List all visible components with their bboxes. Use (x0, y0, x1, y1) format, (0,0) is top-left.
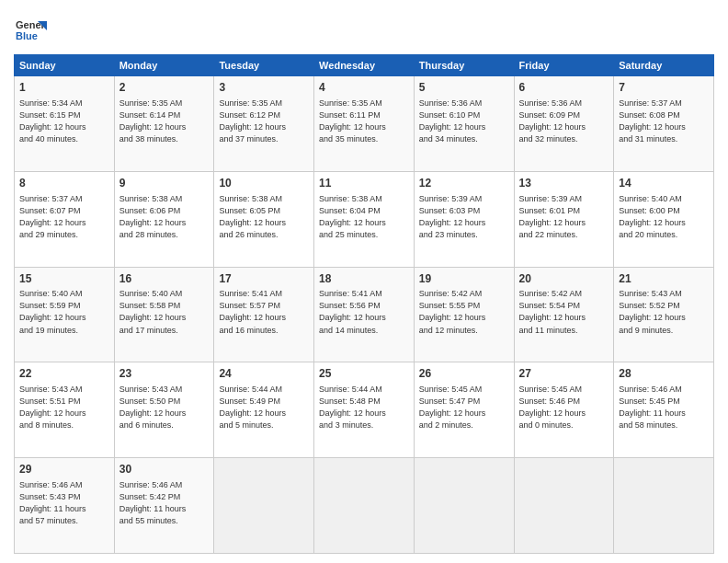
day-number: 5 (419, 80, 509, 96)
day-number: 18 (319, 271, 409, 287)
day-number: 17 (219, 271, 309, 287)
calendar-cell (414, 458, 514, 554)
calendar-cell: 23Sunrise: 5:43 AM Sunset: 5:50 PM Dayli… (114, 362, 214, 458)
header: General Blue (14, 14, 714, 47)
weekday-header-tuesday: Tuesday (214, 55, 314, 76)
day-info: Sunrise: 5:42 AM Sunset: 5:54 PM Dayligh… (519, 288, 609, 336)
calendar-cell: 5Sunrise: 5:36 AM Sunset: 6:10 PM Daylig… (414, 76, 514, 172)
week-row-2: 8Sunrise: 5:37 AM Sunset: 6:07 PM Daylig… (15, 171, 714, 267)
day-info: Sunrise: 5:40 AM Sunset: 5:59 PM Dayligh… (19, 288, 109, 336)
day-number: 2 (119, 80, 210, 96)
calendar-cell: 29Sunrise: 5:46 AM Sunset: 5:43 PM Dayli… (15, 458, 115, 554)
weekday-header-monday: Monday (114, 55, 214, 76)
day-info: Sunrise: 5:43 AM Sunset: 5:50 PM Dayligh… (119, 384, 210, 431)
calendar-cell: 26Sunrise: 5:45 AM Sunset: 5:47 PM Dayli… (414, 362, 514, 458)
day-info: Sunrise: 5:44 AM Sunset: 5:48 PM Dayligh… (319, 384, 409, 431)
day-info: Sunrise: 5:35 AM Sunset: 6:12 PM Dayligh… (219, 98, 309, 145)
week-row-1: 1Sunrise: 5:34 AM Sunset: 6:15 PM Daylig… (15, 76, 714, 172)
day-number: 28 (619, 366, 709, 382)
calendar-cell: 13Sunrise: 5:39 AM Sunset: 6:01 PM Dayli… (514, 171, 614, 267)
day-info: Sunrise: 5:36 AM Sunset: 6:10 PM Dayligh… (419, 98, 509, 145)
calendar-cell: 1Sunrise: 5:34 AM Sunset: 6:15 PM Daylig… (15, 76, 115, 172)
calendar-cell (314, 458, 415, 554)
calendar: SundayMondayTuesdayWednesdayThursdayFrid… (14, 54, 714, 554)
day-number: 7 (619, 80, 709, 96)
day-info: Sunrise: 5:46 AM Sunset: 5:45 PM Dayligh… (619, 384, 709, 431)
calendar-cell: 17Sunrise: 5:41 AM Sunset: 5:57 PM Dayli… (214, 267, 314, 362)
calendar-cell: 18Sunrise: 5:41 AM Sunset: 5:56 PM Dayli… (314, 267, 415, 362)
calendar-cell: 9Sunrise: 5:38 AM Sunset: 6:06 PM Daylig… (114, 171, 214, 267)
week-row-4: 22Sunrise: 5:43 AM Sunset: 5:51 PM Dayli… (15, 362, 714, 458)
day-number: 1 (19, 80, 109, 96)
weekday-header-friday: Friday (514, 55, 614, 76)
day-number: 21 (619, 271, 709, 287)
day-number: 8 (19, 176, 109, 191)
calendar-cell: 27Sunrise: 5:45 AM Sunset: 5:46 PM Dayli… (514, 362, 614, 458)
weekday-header-sunday: Sunday (15, 55, 115, 76)
calendar-cell: 11Sunrise: 5:38 AM Sunset: 6:04 PM Dayli… (314, 171, 415, 267)
day-info: Sunrise: 5:35 AM Sunset: 6:14 PM Dayligh… (119, 98, 210, 145)
day-info: Sunrise: 5:37 AM Sunset: 6:07 PM Dayligh… (19, 193, 109, 241)
calendar-cell: 2Sunrise: 5:35 AM Sunset: 6:14 PM Daylig… (114, 76, 214, 172)
day-number: 3 (219, 80, 309, 96)
calendar-cell (514, 458, 614, 554)
day-number: 9 (119, 176, 210, 191)
calendar-cell: 4Sunrise: 5:35 AM Sunset: 6:11 PM Daylig… (314, 76, 415, 172)
day-number: 29 (19, 462, 109, 477)
day-info: Sunrise: 5:43 AM Sunset: 5:52 PM Dayligh… (619, 288, 709, 336)
calendar-cell: 25Sunrise: 5:44 AM Sunset: 5:48 PM Dayli… (314, 362, 415, 458)
day-number: 14 (619, 176, 709, 191)
week-row-3: 15Sunrise: 5:40 AM Sunset: 5:59 PM Dayli… (15, 267, 714, 362)
page: General Blue SundayMondayTuesdayWednesda… (0, 0, 728, 563)
calendar-cell: 14Sunrise: 5:40 AM Sunset: 6:00 PM Dayli… (614, 171, 714, 267)
day-info: Sunrise: 5:40 AM Sunset: 5:58 PM Dayligh… (119, 288, 210, 336)
calendar-cell: 21Sunrise: 5:43 AM Sunset: 5:52 PM Dayli… (614, 267, 714, 362)
calendar-cell: 3Sunrise: 5:35 AM Sunset: 6:12 PM Daylig… (214, 76, 314, 172)
weekday-header-thursday: Thursday (414, 55, 514, 76)
day-number: 30 (119, 462, 210, 477)
day-info: Sunrise: 5:46 AM Sunset: 5:42 PM Dayligh… (119, 479, 210, 527)
calendar-cell: 6Sunrise: 5:36 AM Sunset: 6:09 PM Daylig… (514, 76, 614, 172)
svg-text:Blue: Blue (16, 30, 38, 41)
day-number: 12 (419, 176, 509, 191)
day-info: Sunrise: 5:35 AM Sunset: 6:11 PM Dayligh… (319, 98, 409, 145)
day-number: 15 (19, 271, 109, 287)
calendar-cell (214, 458, 314, 554)
calendar-cell: 15Sunrise: 5:40 AM Sunset: 5:59 PM Dayli… (15, 267, 115, 362)
day-number: 26 (419, 366, 509, 382)
day-number: 27 (519, 366, 609, 382)
day-info: Sunrise: 5:38 AM Sunset: 6:06 PM Dayligh… (119, 193, 210, 241)
day-info: Sunrise: 5:39 AM Sunset: 6:01 PM Dayligh… (519, 193, 609, 241)
day-info: Sunrise: 5:38 AM Sunset: 6:05 PM Dayligh… (219, 193, 309, 241)
day-number: 4 (319, 80, 409, 96)
calendar-cell: 7Sunrise: 5:37 AM Sunset: 6:08 PM Daylig… (614, 76, 714, 172)
day-number: 6 (519, 80, 609, 96)
day-number: 22 (19, 366, 109, 382)
calendar-cell: 24Sunrise: 5:44 AM Sunset: 5:49 PM Dayli… (214, 362, 314, 458)
day-number: 13 (519, 176, 609, 191)
day-number: 11 (319, 176, 409, 191)
day-info: Sunrise: 5:44 AM Sunset: 5:49 PM Dayligh… (219, 384, 309, 431)
day-info: Sunrise: 5:45 AM Sunset: 5:46 PM Dayligh… (519, 384, 609, 431)
day-info: Sunrise: 5:36 AM Sunset: 6:09 PM Dayligh… (519, 98, 609, 145)
day-number: 20 (519, 271, 609, 287)
weekday-header-row: SundayMondayTuesdayWednesdayThursdayFrid… (15, 55, 714, 76)
day-info: Sunrise: 5:34 AM Sunset: 6:15 PM Dayligh… (19, 98, 109, 145)
day-info: Sunrise: 5:42 AM Sunset: 5:55 PM Dayligh… (419, 288, 509, 336)
day-info: Sunrise: 5:39 AM Sunset: 6:03 PM Dayligh… (419, 193, 509, 241)
day-info: Sunrise: 5:46 AM Sunset: 5:43 PM Dayligh… (19, 479, 109, 527)
calendar-cell: 16Sunrise: 5:40 AM Sunset: 5:58 PM Dayli… (114, 267, 214, 362)
calendar-cell (614, 458, 714, 554)
week-row-5: 29Sunrise: 5:46 AM Sunset: 5:43 PM Dayli… (15, 458, 714, 554)
day-info: Sunrise: 5:37 AM Sunset: 6:08 PM Dayligh… (619, 98, 709, 145)
day-number: 23 (119, 366, 210, 382)
logo-icon: General Blue (14, 14, 47, 47)
day-info: Sunrise: 5:43 AM Sunset: 5:51 PM Dayligh… (19, 384, 109, 431)
calendar-cell: 22Sunrise: 5:43 AM Sunset: 5:51 PM Dayli… (15, 362, 115, 458)
day-info: Sunrise: 5:40 AM Sunset: 6:00 PM Dayligh… (619, 193, 709, 241)
calendar-cell: 12Sunrise: 5:39 AM Sunset: 6:03 PM Dayli… (414, 171, 514, 267)
calendar-cell: 19Sunrise: 5:42 AM Sunset: 5:55 PM Dayli… (414, 267, 514, 362)
weekday-header-wednesday: Wednesday (314, 55, 415, 76)
day-number: 10 (219, 176, 309, 191)
logo: General Blue (14, 14, 47, 47)
